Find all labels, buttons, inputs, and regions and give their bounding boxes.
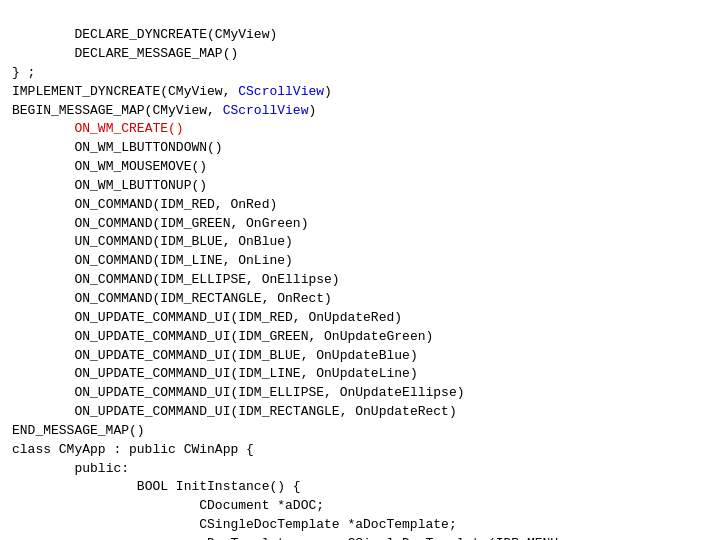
code-text: ON_COMMAND(IDM_GREEN, OnGreen) <box>12 216 308 231</box>
code-text: ON_COMMAND(IDM_RECTANGLE, OnRect) <box>12 291 332 306</box>
code-text: ON_UPDATE_COMMAND_UI(IDM_LINE, OnUpdateL… <box>12 366 418 381</box>
code-text: ) <box>308 103 316 118</box>
code-line: CDocument *aDOC; <box>12 497 708 516</box>
code-line: aDocTemplate = new CSingleDocTemplate(ID… <box>12 535 708 540</box>
code-text: END_MESSAGE_MAP() <box>12 423 145 438</box>
code-text: } ; <box>12 65 35 80</box>
code-line: ON_UPDATE_COMMAND_UI(IDM_BLUE, OnUpdateB… <box>12 347 708 366</box>
code-text: CSingleDocTemplate *aDocTemplate; <box>12 517 457 532</box>
code-line: ON_COMMAND(IDM_GREEN, OnGreen) <box>12 215 708 234</box>
code-line: DECLARE_MESSAGE_MAP() <box>12 45 708 64</box>
code-line: BOOL InitInstance() { <box>12 478 708 497</box>
code-line: ON_UPDATE_COMMAND_UI(IDM_GREEN, OnUpdate… <box>12 328 708 347</box>
code-line: ON_COMMAND(IDM_RED, OnRed) <box>12 196 708 215</box>
code-line: ON_WM_LBUTTONDOWN() <box>12 139 708 158</box>
code-line: ON_UPDATE_COMMAND_UI(IDM_RECTANGLE, OnUp… <box>12 403 708 422</box>
code-line: CSingleDocTemplate *aDocTemplate; <box>12 516 708 535</box>
code-line: END_MESSAGE_MAP() <box>12 422 708 441</box>
code-line: ON_WM_LBUTTONUP() <box>12 177 708 196</box>
code-text: ON_COMMAND(IDM_ELLIPSE, OnEllipse) <box>12 272 340 287</box>
code-text: ON_WM_LBUTTONUP() <box>12 178 207 193</box>
code-line: BEGIN_MESSAGE_MAP(CMyView, CScrollView) <box>12 102 708 121</box>
code-text: ) <box>324 84 332 99</box>
code-text: CDocument *aDOC; <box>12 498 324 513</box>
code-text: ON_UPDATE_COMMAND_UI(IDM_BLUE, OnUpdateB… <box>12 348 418 363</box>
code-line: } ; <box>12 64 708 83</box>
code-text: IMPLEMENT_DYNCREATE(CMyView, <box>12 84 238 99</box>
code-text: ON_UPDATE_COMMAND_UI(IDM_GREEN, OnUpdate… <box>12 329 433 344</box>
code-line: ON_WM_CREATE() <box>12 120 708 139</box>
code-text: CScrollView <box>223 103 309 118</box>
code-text: DECLARE_DYNCREATE(CMyView) <box>12 27 277 42</box>
code-text: UN_COMMAND(IDM_BLUE, OnBlue) <box>12 234 293 249</box>
code-line: ON_WM_MOUSEMOVE() <box>12 158 708 177</box>
code-text: ON_UPDATE_COMMAND_UI(IDM_ELLIPSE, OnUpda… <box>12 385 465 400</box>
code-line: ON_UPDATE_COMMAND_UI(IDM_ELLIPSE, OnUpda… <box>12 384 708 403</box>
code-text: ON_COMMAND(IDM_RED, OnRed) <box>12 197 277 212</box>
code-line: UN_COMMAND(IDM_BLUE, OnBlue) <box>12 233 708 252</box>
code-text: ON_COMMAND(IDM_LINE, OnLine) <box>12 253 293 268</box>
code-text: ON_UPDATE_COMMAND_UI(IDM_RED, OnUpdateRe… <box>12 310 402 325</box>
code-text <box>12 121 74 136</box>
code-line: class CMyApp : public CWinApp { <box>12 441 708 460</box>
code-text: BEGIN_MESSAGE_MAP(CMyView, <box>12 103 223 118</box>
code-text: DECLARE_MESSAGE_MAP() <box>12 46 238 61</box>
code-line: ON_COMMAND(IDM_RECTANGLE, OnRect) <box>12 290 708 309</box>
code-text: ON_WM_CREATE() <box>74 121 183 136</box>
code-text: BOOL InitInstance() { <box>12 479 301 494</box>
code-line: DECLARE_DYNCREATE(CMyView) <box>12 26 708 45</box>
code-text: aDocTemplate = new CSingleDocTemplate(ID… <box>12 536 566 540</box>
code-text: ON_WM_MOUSEMOVE() <box>12 159 207 174</box>
code-line: ON_COMMAND(IDM_LINE, OnLine) <box>12 252 708 271</box>
code-line: IMPLEMENT_DYNCREATE(CMyView, CScrollView… <box>12 83 708 102</box>
code-text: class CMyApp : public CWinApp { <box>12 442 254 457</box>
code-text: ON_UPDATE_COMMAND_UI(IDM_RECTANGLE, OnUp… <box>12 404 457 419</box>
code-editor: DECLARE_DYNCREATE(CMyView) DECLARE_MESSA… <box>0 0 720 540</box>
code-text: public: <box>12 461 129 476</box>
code-line: ON_COMMAND(IDM_ELLIPSE, OnEllipse) <box>12 271 708 290</box>
code-text: ON_WM_LBUTTONDOWN() <box>12 140 223 155</box>
code-line: ON_UPDATE_COMMAND_UI(IDM_LINE, OnUpdateL… <box>12 365 708 384</box>
code-text: CScrollView <box>238 84 324 99</box>
code-line: ON_UPDATE_COMMAND_UI(IDM_RED, OnUpdateRe… <box>12 309 708 328</box>
code-line: public: <box>12 460 708 479</box>
